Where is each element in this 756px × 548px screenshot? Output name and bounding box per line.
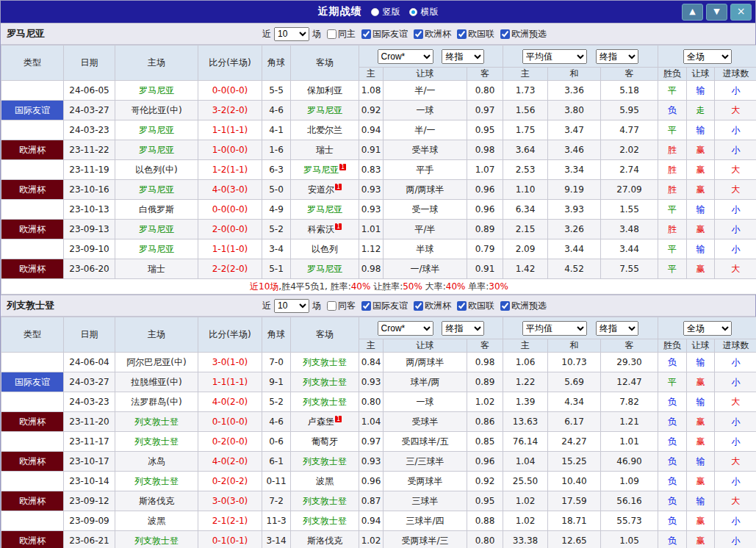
home-team[interactable]: 列支敦士登 [115, 412, 198, 432]
comp-euroqualifier-option[interactable]: 欧洲预选 [497, 300, 547, 312]
away-team[interactable]: 列支敦士登 [291, 392, 359, 412]
home-team[interactable]: 瑞士 [115, 259, 198, 279]
handicap-line: 受一球 [384, 200, 467, 220]
comp-friendly-option[interactable]: 国际友谊 [358, 28, 408, 40]
avg-source-select[interactable]: 平均值 [522, 49, 587, 64]
away-team[interactable]: 安道尔1 [291, 180, 359, 200]
odds-source-select[interactable]: Crow* [378, 321, 433, 336]
comp-friendly-option[interactable]: 国际友谊 [358, 300, 408, 312]
handicap-away-odds: 0.96 [467, 452, 503, 472]
away-team[interactable]: 列支敦士登 [291, 511, 359, 531]
home-team[interactable]: 哥伦比亚(中) [115, 101, 198, 120]
home-team[interactable]: 罗马尼亚 [115, 140, 198, 160]
home-team[interactable]: 法罗群岛(中) [115, 392, 198, 412]
home-team[interactable]: 罗马尼亚 [115, 220, 198, 239]
comp-friendly-checkbox[interactable] [361, 301, 371, 311]
match-count-select[interactable]: 10 [274, 27, 309, 41]
match-row: 欧洲杯23-11-19以色列(中)1-2(1-1)6-3罗马尼亚10.83平手1… [1, 160, 756, 180]
radio-icon[interactable] [409, 8, 417, 16]
home-team[interactable]: 斯洛伐克 [115, 491, 198, 511]
radio-label[interactable]: 横版 [421, 6, 439, 18]
match-count-select[interactable]: 10 [274, 299, 309, 313]
view-option-horizontal[interactable]: 横版 [409, 6, 439, 18]
home-team[interactable]: 列支敦士登 [115, 531, 198, 548]
away-team[interactable]: 罗马尼亚 [291, 259, 359, 279]
away-team[interactable]: 列支敦士登 [291, 353, 359, 372]
scope-select[interactable]: 全场 [683, 49, 732, 64]
away-team[interactable]: 卢森堡1 [291, 412, 359, 432]
comp-friendly-checkbox[interactable] [361, 29, 371, 39]
result-wdl: 负 [658, 511, 687, 531]
home-team[interactable]: 列支敦士登 [115, 472, 198, 491]
avg-home-odds: 1.02 [503, 511, 548, 531]
match-date: 23-11-22 [64, 140, 115, 160]
comp-euroqualifier-checkbox[interactable] [500, 301, 510, 311]
same-venue-option[interactable]: 同主 [323, 28, 356, 40]
scope-select[interactable]: 全场 [683, 321, 732, 336]
avg-draw-odds: 4.34 [548, 392, 601, 412]
home-team[interactable]: 白俄罗斯 [115, 200, 198, 220]
comp-eurocup-option[interactable]: 欧洲杯 [410, 28, 451, 40]
handicap-line: 平手 [384, 160, 467, 180]
radio-icon[interactable] [371, 8, 379, 16]
result-goals: 小 [715, 239, 756, 259]
competition-type: 国际友谊 [1, 392, 64, 412]
scroll-down-button[interactable]: ▼ [706, 4, 727, 21]
same-venue-checkbox[interactable] [327, 29, 336, 39]
match-row: 欧洲杯23-10-13白俄罗斯0-0(0-0)4-9罗马尼亚0.93受一球0.9… [1, 200, 756, 220]
home-team[interactable]: 拉脱维亚(中) [115, 372, 198, 392]
comp-nationsleague-option[interactable]: 欧国联 [453, 300, 494, 312]
close-button[interactable]: × [730, 4, 752, 21]
away-team[interactable]: 波黑 [291, 472, 359, 491]
home-team[interactable]: 罗马尼亚 [115, 81, 198, 101]
home-team[interactable]: 阿尔巴尼亚(中) [115, 353, 198, 372]
avg-away-odds: 3.44 [601, 239, 658, 259]
comp-nationsleague-checkbox[interactable] [457, 301, 467, 311]
same-venue-option[interactable]: 同客 [323, 300, 356, 312]
home-team[interactable]: 罗马尼亚 [115, 180, 198, 200]
view-option-vertical[interactable]: 竖版 [371, 6, 400, 18]
competition-type: 国际友谊 [1, 81, 64, 101]
comp-eurocup-checkbox[interactable] [414, 29, 423, 39]
odds-final-select[interactable]: 终指 [442, 49, 484, 64]
away-team[interactable]: 葡萄牙 [291, 432, 359, 452]
comp-euroqualifier-checkbox[interactable] [500, 29, 510, 39]
handicap-home-odds: 0.93 [359, 180, 384, 200]
avg-draw-odds: 3.36 [548, 81, 601, 101]
avg-final-select[interactable]: 终指 [596, 321, 638, 336]
col-odds-home: 主 [359, 339, 384, 353]
home-team[interactable]: 罗马尼亚 [115, 120, 198, 140]
avg-final-select[interactable]: 终指 [596, 49, 638, 64]
home-team[interactable]: 以色列(中) [115, 160, 198, 180]
avg-source-select[interactable]: 平均值 [522, 321, 587, 336]
away-team[interactable]: 保加利亚 [291, 81, 359, 101]
away-team[interactable]: 列支敦士登 [291, 491, 359, 511]
away-team[interactable]: 以色列 [291, 239, 359, 259]
home-team[interactable]: 列支敦士登 [115, 432, 198, 452]
comp-eurocup-checkbox[interactable] [414, 301, 423, 311]
handicap-home-odds: 0.87 [359, 491, 384, 511]
away-team[interactable]: 罗马尼亚 [291, 101, 359, 120]
away-team[interactable]: 列支敦士登 [291, 452, 359, 472]
away-team[interactable]: 罗马尼亚 [291, 200, 359, 220]
handicap-home-odds: 1.01 [359, 220, 384, 239]
away-team[interactable]: 科索沃1 [291, 220, 359, 239]
home-team[interactable]: 罗马尼亚 [115, 239, 198, 259]
away-team[interactable]: 罗马尼亚1 [291, 160, 359, 180]
comp-eurocup-option[interactable]: 欧洲杯 [410, 300, 451, 312]
result-handicap: 输 [687, 452, 715, 472]
home-team[interactable]: 波黑 [115, 511, 198, 531]
comp-nationsleague-option[interactable]: 欧国联 [453, 28, 494, 40]
away-team[interactable]: 列支敦士登 [291, 372, 359, 392]
same-venue-checkbox[interactable] [327, 301, 336, 311]
away-team[interactable]: 瑞士 [291, 140, 359, 160]
away-team[interactable]: 斯洛伐克 [291, 531, 359, 548]
odds-source-select[interactable]: Crow* [378, 49, 433, 64]
radio-label[interactable]: 竖版 [383, 6, 400, 18]
comp-nationsleague-checkbox[interactable] [457, 29, 467, 39]
comp-euroqualifier-option[interactable]: 欧洲预选 [497, 28, 547, 40]
away-team[interactable]: 北爱尔兰 [291, 120, 359, 140]
odds-final-select[interactable]: 终指 [442, 321, 484, 336]
scroll-up-button[interactable]: ▲ [682, 4, 703, 21]
home-team[interactable]: 冰岛 [115, 452, 198, 472]
